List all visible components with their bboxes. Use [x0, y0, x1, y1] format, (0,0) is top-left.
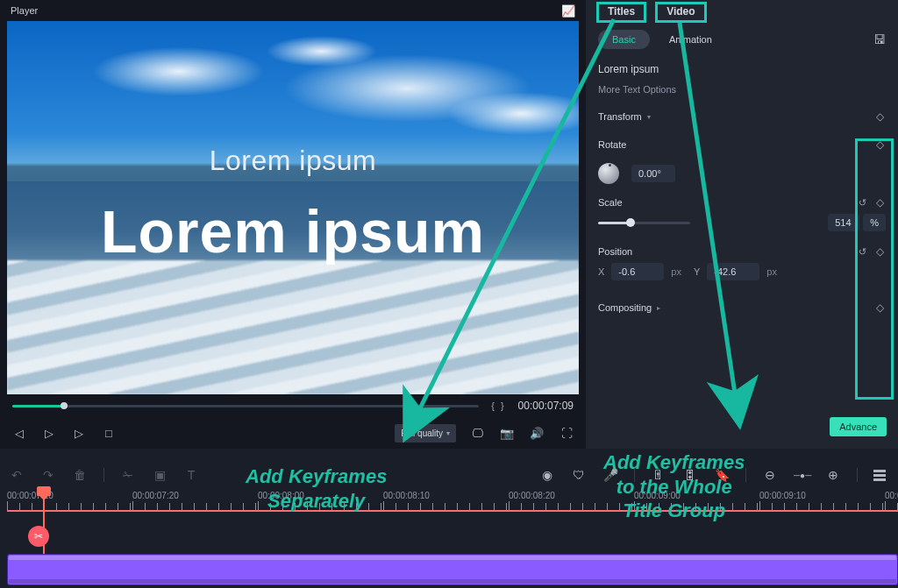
transform-row[interactable]: Transform▾ ◇	[598, 107, 886, 126]
overlay-title[interactable]: Lorem ipsum	[101, 197, 485, 266]
rotate-value-field[interactable]: 0.00°	[631, 165, 675, 182]
ruler-label: 00:00:07:20	[132, 491, 179, 500]
rotate-label-row: Rotate ◇	[598, 135, 886, 154]
track-size-icon[interactable]	[873, 470, 889, 481]
step-back-icon[interactable]: ◁	[11, 427, 28, 440]
video-preview[interactable]: Lorem ipsum Lorem ipsum	[7, 21, 579, 394]
y-axis-label: Y	[694, 266, 700, 277]
tab-video[interactable]: Video	[655, 2, 706, 23]
slider-knob[interactable]	[626, 218, 635, 227]
monitor-icon[interactable]: 🖵	[468, 427, 486, 440]
cut-icon[interactable]: ✁	[120, 468, 136, 482]
text-icon[interactable]: T	[183, 468, 199, 482]
mic-icon[interactable]: 🎤	[602, 468, 618, 482]
progress-track[interactable]	[12, 405, 479, 407]
zoom-in-icon[interactable]: ⊕	[825, 468, 841, 482]
save-preset-icon[interactable]: 🖫	[873, 32, 886, 46]
keyframe-diamond-icon[interactable]: ◇	[873, 301, 886, 314]
mixer-icon[interactable]: 🎚	[651, 468, 666, 482]
position-header: Position ↺ ◇	[598, 245, 886, 258]
overlay-subtitle[interactable]: Lorem ipsum	[210, 145, 376, 177]
marker-icon[interactable]: 🔖	[714, 468, 730, 482]
step-forward-icon[interactable]: ▷	[40, 427, 58, 440]
rotate-knob[interactable]	[598, 163, 619, 184]
scale-header: Scale ↺ ◇	[598, 196, 886, 209]
position-row: X -0.6 px Y -42.6 px	[598, 263, 886, 280]
position-label: Position	[598, 246, 632, 257]
ruler-label: 00:00:08:10	[383, 491, 430, 500]
position-x-field[interactable]: -0.6	[611, 263, 664, 280]
transform-label: Transform	[598, 111, 642, 122]
ruler-label: 00:00:08:20	[509, 491, 555, 500]
compositing-label: Compositing	[598, 302, 652, 313]
ruler-label: 00:00:08:00	[258, 491, 304, 500]
inspector-subtabs: Basic Animation 🖫	[586, 23, 898, 56]
timeline-ruler[interactable]: 00:00:07:10 00:00:07:20 00:00:08:00 00:0…	[7, 489, 898, 510]
progress-knob[interactable]	[61, 402, 68, 409]
record-icon[interactable]: ◉	[539, 468, 555, 482]
zoom-slider-icon[interactable]: ─●─	[794, 471, 809, 480]
advance-button[interactable]: Advance	[830, 417, 887, 436]
x-axis-label: X	[598, 266, 604, 277]
adjust-icon[interactable]: 🎛	[682, 468, 698, 482]
y-unit-label: px	[766, 266, 777, 277]
quality-dropdown[interactable]: Full quality	[395, 424, 456, 443]
fullscreen-icon[interactable]: ⛶	[558, 427, 575, 440]
ruler-label: 00:00:10	[885, 491, 898, 500]
ruler-label: 00:00:09:10	[759, 491, 806, 500]
inspector-content: Lorem ipsum More Text Options Transform▾…	[586, 56, 898, 449]
tab-titles[interactable]: Titles	[596, 2, 646, 23]
ruler-label: 00:00:09:00	[634, 491, 681, 500]
keyframe-diamond-icon[interactable]: ◇	[873, 196, 886, 209]
timeline-toolbar: ↶ ↷ 🗑 ✁ ▣ T ◉ 🛡 🎤 🎚 🎛 🔖 ⊖ ─●─ ⊕	[0, 463, 898, 487]
keyframe-diamond-icon[interactable]: ◇	[873, 245, 886, 258]
speaker-icon[interactable]: 🔊	[528, 427, 545, 440]
camera-icon[interactable]: 📷	[498, 427, 516, 440]
player-progress-row: { } 00:00:07:09	[0, 394, 586, 417]
chevron-down-icon: ▾	[647, 113, 651, 121]
crop-icon[interactable]: ▣	[152, 468, 167, 482]
player-controls: ◁ ▷ ▷ □ Full quality 🖵 📷 🔊 ⛶	[0, 417, 586, 449]
chart-icon[interactable]: 📈	[561, 4, 575, 18]
zoom-out-icon[interactable]: ⊖	[762, 468, 778, 482]
title-clip[interactable]	[7, 554, 898, 585]
chevron-right-icon: ▸	[657, 304, 660, 312]
keyframe-diamond-icon[interactable]: ◇	[873, 110, 886, 123]
undo-icon[interactable]: ↶	[9, 468, 25, 482]
inspector-tabs: Titles Video	[586, 0, 898, 23]
position-y-field[interactable]: -42.6	[707, 263, 759, 280]
more-text-options-label[interactable]: More Text Options	[598, 84, 886, 95]
reset-icon[interactable]: ↺	[859, 197, 866, 209]
player-timecode: 00:00:07:09	[518, 400, 574, 412]
preview-foam	[7, 260, 579, 394]
shield-icon[interactable]: 🛡	[571, 468, 587, 482]
x-unit-label: px	[671, 266, 681, 277]
delete-icon[interactable]: 🗑	[72, 468, 88, 482]
scale-slider[interactable]	[598, 222, 690, 224]
player-title-label: Player	[11, 5, 38, 16]
ruler-label: 00:00:07:10	[7, 491, 53, 500]
compositing-row[interactable]: Compositing▸ ◇	[598, 298, 886, 317]
play-icon[interactable]: ▷	[70, 427, 88, 440]
rotate-control: 0.00°	[598, 163, 886, 184]
title-name-label: Lorem ipsum	[598, 63, 886, 75]
rotate-label: Rotate	[598, 139, 626, 150]
ruler-marker-line	[7, 510, 898, 512]
player-header: Player 📈	[0, 0, 586, 21]
player-panel: Player 📈 Lorem ipsum Lorem ipsum { } 00:…	[0, 0, 586, 449]
scale-value-field[interactable]: 514	[828, 214, 859, 231]
inout-braces[interactable]: { }	[491, 400, 505, 411]
keyframe-diamond-icon[interactable]: ◇	[873, 138, 886, 151]
reset-icon[interactable]: ↺	[859, 246, 866, 258]
quality-label: Full quality	[401, 429, 443, 438]
redo-icon[interactable]: ↷	[40, 468, 56, 482]
scale-unit-label: %	[863, 214, 886, 231]
scale-label: Scale	[598, 197, 623, 208]
inspector-panel: Titles Video Basic Animation 🖫 Lorem ips…	[586, 0, 898, 449]
progress-fill	[12, 405, 64, 407]
subtab-animation[interactable]: Animation	[655, 30, 726, 49]
scissors-icon[interactable]: ✂	[28, 526, 49, 547]
stop-icon[interactable]: □	[100, 427, 118, 440]
subtab-basic[interactable]: Basic	[598, 30, 650, 49]
